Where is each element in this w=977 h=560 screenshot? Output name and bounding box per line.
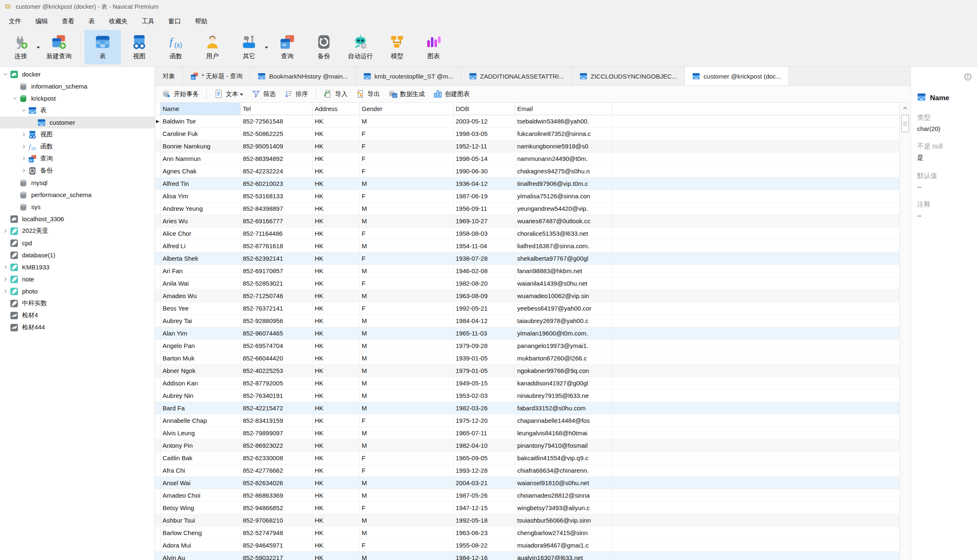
cell-DOB[interactable]: 1939-01-05: [454, 352, 515, 364]
cell-Email[interactable]: panangelo19973@ymai1.: [515, 340, 612, 352]
cell-DOB[interactable]: 1979-01-05: [454, 365, 515, 377]
menu-item-0[interactable]: 文件: [2, 14, 28, 29]
row-indicator[interactable]: [155, 414, 160, 427]
chevron-right-icon[interactable]: [1, 228, 10, 234]
cell-DOB[interactable]: 1984-04-12: [454, 315, 515, 327]
cell-Name[interactable]: Ann Nammun: [160, 153, 241, 165]
cell-Email[interactable]: bakcaitlin41554@vip.q9.c: [515, 452, 612, 464]
row-indicator[interactable]: [155, 452, 160, 464]
cell-Gender[interactable]: M: [360, 402, 454, 414]
cell-DOB[interactable]: 1992-05-21: [454, 302, 515, 314]
menu-item-4[interactable]: 收藏夹: [102, 14, 135, 29]
cell-Tel[interactable]: 852-69166777: [241, 215, 313, 227]
cell-Name[interactable]: Baldwin Tse: [160, 115, 241, 127]
row-indicator[interactable]: [155, 227, 160, 239]
cell-Gender[interactable]: F: [360, 302, 454, 314]
cell-Address[interactable]: HK: [313, 502, 360, 514]
info-icon[interactable]: [964, 73, 972, 81]
cell-Address[interactable]: HK: [313, 290, 360, 302]
column-header-DOB[interactable]: DOB: [454, 103, 515, 115]
cell-Address[interactable]: HK: [313, 427, 360, 439]
sidebar-item-note[interactable]: note: [0, 273, 155, 285]
tab-0[interactable]: 对象: [155, 67, 183, 85]
row-indicator[interactable]: [155, 153, 160, 165]
cell-Address[interactable]: HK: [313, 552, 360, 560]
cell-Gender[interactable]: M: [360, 215, 454, 227]
cell-Name[interactable]: Alfred Tin: [160, 178, 241, 190]
cell-Tel[interactable]: 852-53168133: [241, 190, 313, 202]
row-indicator[interactable]: [155, 240, 160, 252]
column-header-Tel[interactable]: Tel: [241, 103, 313, 115]
tab-5[interactable]: ZICCLOUDSYNCINGOBJEC...: [572, 67, 685, 85]
cell-Name[interactable]: Barlow Cheng: [160, 527, 241, 539]
chevron-down-icon[interactable]: [19, 107, 28, 113]
cell-Tel[interactable]: 852-83419159: [241, 414, 313, 427]
cell-Gender[interactable]: M: [360, 340, 454, 352]
cell-DOB[interactable]: 1955-08-22: [454, 539, 515, 551]
cell-Gender[interactable]: F: [360, 414, 454, 427]
cell-Name[interactable]: Ashbur Tsui: [160, 514, 241, 526]
cell-Email[interactable]: ninaubrey79195@l633.ne: [515, 390, 612, 402]
cell-DOB[interactable]: 1953-02-03: [454, 390, 515, 402]
table-toolbar-0[interactable]: 开始事务: [158, 88, 202, 100]
cell-Email[interactable]: waianila41439@s0hu.net: [515, 277, 612, 289]
cell-Address[interactable]: HK: [313, 153, 360, 165]
cell-Gender[interactable]: M: [360, 265, 454, 277]
table-toolbar-3[interactable]: 排序: [280, 88, 312, 100]
cell-Gender[interactable]: F: [360, 252, 454, 264]
cell-Gender[interactable]: M: [360, 514, 454, 526]
chevron-right-icon[interactable]: [19, 168, 28, 174]
table-toolbar-1[interactable]: 文本: [210, 88, 247, 100]
cell-Gender[interactable]: F: [360, 140, 454, 152]
cell-Email[interactable]: fabard33152@s0hu.com: [515, 402, 612, 414]
cell-Gender[interactable]: F: [360, 277, 454, 289]
cell-Tel[interactable]: 852-71164486: [241, 227, 313, 239]
sidebar-item-视图[interactable]: 视图: [0, 128, 155, 141]
cell-Gender[interactable]: M: [360, 202, 454, 215]
row-indicator[interactable]: [155, 539, 160, 551]
toolbar-button-0[interactable]: 连接: [2, 30, 39, 64]
cell-Email[interactable]: lialfred16367@sinna.com.: [515, 240, 612, 252]
cell-Gender[interactable]: F: [360, 452, 454, 464]
cell-DOB[interactable]: 1990-06-30: [454, 165, 515, 177]
cell-Address[interactable]: HK: [313, 340, 360, 352]
cell-Email[interactable]: muiadora96467@gmai1.c: [515, 539, 612, 551]
cell-DOB[interactable]: 2004-03-21: [454, 477, 515, 489]
cell-Address[interactable]: HK: [313, 489, 360, 501]
cell-DOB[interactable]: 1954-11-04: [454, 240, 515, 252]
cell-Name[interactable]: Angelo Pan: [160, 340, 241, 352]
cell-DOB[interactable]: 1958-08-03: [454, 227, 515, 239]
row-indicator[interactable]: [155, 527, 160, 539]
cell-Tel[interactable]: 852-76372141: [241, 302, 313, 314]
sidebar-item-查询[interactable]: 查询: [0, 153, 155, 165]
cell-Tel[interactable]: 852-97068210: [241, 514, 313, 526]
cell-DOB[interactable]: 1975-12-20: [454, 414, 515, 427]
cell-Name[interactable]: Bess Yee: [160, 302, 241, 314]
sidebar-item-中科实数[interactable]: 中科实数: [0, 297, 155, 309]
cell-Address[interactable]: HK: [313, 128, 360, 140]
cell-Name[interactable]: Abner Ngok: [160, 365, 241, 377]
cell-Address[interactable]: HK: [313, 178, 360, 190]
cell-Email[interactable]: leungalvis84168@h0tmai: [515, 427, 612, 439]
cell-Tel[interactable]: 852-52747948: [241, 527, 313, 539]
cell-Gender[interactable]: M: [360, 327, 454, 339]
cell-Tel[interactable]: 852-86923022: [241, 439, 313, 451]
tab-1[interactable]: * 无标题 - 查询: [183, 67, 250, 85]
row-indicator[interactable]: [155, 352, 160, 364]
cell-Email[interactable]: wuamadeo10062@vip.sin: [515, 290, 612, 302]
sidebar-item-performance_schema[interactable]: performance_schema: [0, 189, 155, 201]
cell-Tel[interactable]: 852-87761618: [241, 240, 313, 252]
toolbar-button-4[interactable]: f(x)函数: [158, 30, 194, 64]
cell-Email[interactable]: taiaubrey26978@yah00.c: [515, 315, 612, 327]
row-indicator[interactable]: [155, 552, 160, 560]
column-header-Name[interactable]: Name: [160, 103, 241, 115]
cell-DOB[interactable]: 1987-05-26: [454, 489, 515, 501]
cell-Tel[interactable]: 852-60210023: [241, 178, 313, 190]
cell-Tel[interactable]: 852-87792005: [241, 377, 313, 389]
cell-DOB[interactable]: 1947-12-15: [454, 502, 515, 514]
cell-Email[interactable]: yimalisa75126@sinna.con: [515, 190, 612, 202]
cell-Tel[interactable]: 852-69170857: [241, 265, 313, 277]
sidebar-item-KMB1933[interactable]: KMB1933: [0, 261, 155, 273]
cell-Name[interactable]: Aubrey Nin: [160, 390, 241, 402]
cell-Tel[interactable]: 852-69574704: [241, 340, 313, 352]
